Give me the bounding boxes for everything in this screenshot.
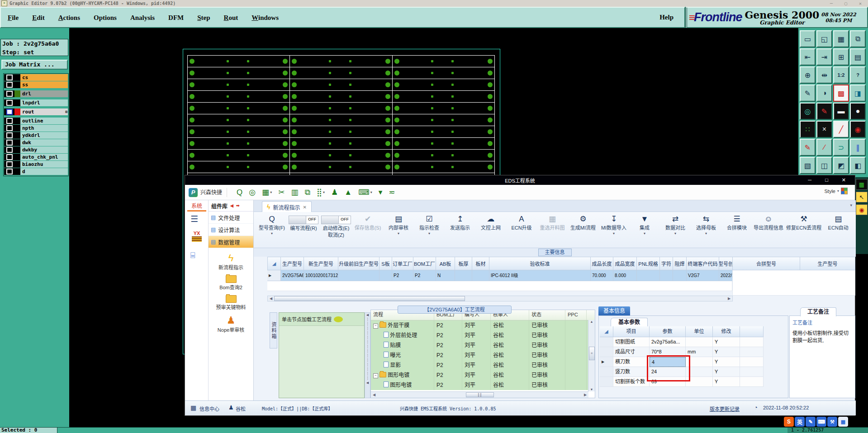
tool-button-r4c2[interactable]: ▬ xyxy=(833,103,849,120)
tool-button-r1c3[interactable]: ▤ xyxy=(850,48,866,66)
flow-vertical-tab[interactable]: 资料箱 xyxy=(270,312,277,348)
layer-row-dwk[interactable]: dwk xyxy=(4,139,68,146)
shortcut-Bom查询2[interactable]: Bom查询2 xyxy=(209,275,253,291)
tool-button-r6c1[interactable]: ∕ xyxy=(816,139,832,156)
tool-button-r6c2[interactable]: ⊃ xyxy=(833,139,849,156)
tool-button-r0c3[interactable]: ⧉ xyxy=(850,30,866,47)
tab-basic-info[interactable]: 基本信息 xyxy=(598,306,630,315)
ribbon-生成MI流程[interactable]: ⚙生成MI流程 xyxy=(569,214,597,248)
tree-row-外层干膜[interactable]: − 外层干膜P2刘平谷松已审核 xyxy=(371,320,595,330)
layer-checkbox[interactable] xyxy=(4,74,14,81)
eds-close-button[interactable]: ✕ xyxy=(842,177,846,183)
tool-button-r1c0[interactable]: ⇤ xyxy=(800,48,816,66)
minimize-button[interactable]: ─ xyxy=(830,1,833,6)
tool-button-r2c3[interactable]: ? xyxy=(850,66,866,84)
ribbon-选择母板[interactable]: ⇆选择母板▾ xyxy=(692,214,720,248)
layer-row-outline[interactable]: outline xyxy=(4,118,68,124)
ribbon-数据对比[interactable]: ⇄数据对比▾ xyxy=(661,214,689,248)
ribbon-指示检查[interactable]: ☑指示检查▾ xyxy=(415,214,443,248)
laptop-icon[interactable]: ⌨▾ xyxy=(358,188,372,197)
tool-button-r4c0[interactable]: ◎ xyxy=(800,103,816,120)
more-icon[interactable]: ▾ xyxy=(379,188,383,197)
layer-row-ss[interactable]: ss xyxy=(4,81,68,88)
layer-checkbox[interactable] xyxy=(4,168,14,175)
ime-icon-0[interactable]: ✎ xyxy=(806,417,816,427)
layer-checkbox[interactable] xyxy=(4,90,14,97)
tool-button-r6c0[interactable]: ✎ xyxy=(800,139,816,156)
layer-checkbox[interactable] xyxy=(4,99,14,106)
tab-process-notes[interactable]: 工艺备注 xyxy=(800,307,836,316)
copy-icon[interactable]: ⧉ xyxy=(304,188,310,197)
layer-row-drl[interactable]: drl xyxy=(4,90,68,97)
ribbon-文控上网[interactable]: ☁文控上网 xyxy=(477,214,505,248)
layer-checkbox[interactable] xyxy=(4,118,14,124)
tree-row-显影[interactable]: 显影P2刘平谷松已审核 xyxy=(371,360,595,370)
ribbon-导出流程信息[interactable]: ☺导出流程信息 xyxy=(754,214,783,248)
tool-button-r1c1[interactable]: ⇥ xyxy=(816,48,832,66)
table-icon[interactable]: ▦▾ xyxy=(262,188,272,197)
layer-row-lnpdrl[interactable]: lnpdrl xyxy=(4,99,68,106)
eds-maximize-button[interactable]: □ xyxy=(825,177,828,183)
menu-windows[interactable]: Windows xyxy=(245,14,285,21)
ribbon-发送指示[interactable]: ↥发送指示 xyxy=(446,214,474,248)
tool-button-r5c3[interactable]: ◉ xyxy=(850,121,866,138)
expand-icon[interactable]: − xyxy=(373,373,378,378)
ribbon-collapse-icon[interactable]: ▾ xyxy=(850,203,852,207)
tool-button-r3c3[interactable]: ◨ xyxy=(850,85,866,102)
ime-icon-2[interactable]: ⚒ xyxy=(827,417,837,427)
tool-button-r7c3[interactable]: ◧ xyxy=(850,157,866,174)
eds-minimize-button[interactable]: ─ xyxy=(808,177,811,183)
tool-button-r0c0[interactable]: ▭ xyxy=(800,30,816,47)
layer-row-biaozhu[interactable]: biaozhu xyxy=(4,161,68,168)
hamburger-icon[interactable]: ☰ xyxy=(190,214,198,224)
menu-help[interactable]: Help xyxy=(659,14,684,21)
layer-checkbox[interactable] xyxy=(4,81,14,88)
yx-logo[interactable]: YX xyxy=(189,231,205,242)
search-icon[interactable]: Q xyxy=(237,188,242,197)
toggle-switch[interactable]: OFF xyxy=(289,216,318,224)
ribbon-MI数据导入[interactable]: ↧MI数据导入▾ xyxy=(600,214,628,248)
tool-button-r2c2[interactable]: 1:2 xyxy=(833,66,849,84)
tree-row-外层前处理[interactable]: 外层前处理P2刘平谷松已审核 xyxy=(371,330,595,340)
scroll-left-icon[interactable]: ◀ xyxy=(371,393,377,397)
tool-button-r6c3[interactable]: ∥ xyxy=(850,139,866,156)
changelog-link[interactable]: 版本更新记录 xyxy=(710,405,740,412)
close-button[interactable]: ✕ xyxy=(859,1,862,6)
tool-button-r7c1[interactable]: ◫ xyxy=(816,157,832,174)
strip-icon-1[interactable]: ↖ xyxy=(856,192,868,202)
tool-button-r3c0[interactable]: ✎ xyxy=(800,85,816,102)
tree-row-图形电镀[interactable]: − 图形电镀P2刘平谷松已审核 xyxy=(371,370,595,380)
menu-edit[interactable]: Edit xyxy=(25,14,52,21)
tree-row-曝光[interactable]: 曝光P2刘平谷松已审核 xyxy=(371,350,595,360)
nav-back-icon[interactable]: ◀ xyxy=(230,203,233,208)
tool-button-r2c0[interactable]: ⊕ xyxy=(800,66,816,84)
shortcut-预审关键物料[interactable]: 预审关键物料 xyxy=(209,295,253,311)
nav-item-设计算法[interactable]: ▤设计算法 xyxy=(209,224,253,236)
menu-rout[interactable]: Rout xyxy=(217,14,245,21)
tree-vscrollbar[interactable]: ▲≡▼ xyxy=(588,320,595,391)
ribbon-合拼模块[interactable]: ☰合拼模块 xyxy=(723,214,751,248)
menu-dfm[interactable]: DFM xyxy=(161,14,190,21)
menu-actions[interactable]: Actions xyxy=(52,14,87,21)
layer-row-d[interactable]: d xyxy=(4,168,68,175)
ribbon-修复ECN丢流程[interactable]: ⚒修复ECN丢流程 xyxy=(786,214,821,248)
tree-row-图形电镀[interactable]: 图形电镀P2刘平谷松已审核 xyxy=(371,380,595,390)
layer-row-dwkby[interactable]: dwkby xyxy=(4,146,68,153)
toggle-switch[interactable]: OFF xyxy=(321,216,351,224)
tool-button-r4c3[interactable]: ● xyxy=(850,103,866,120)
layer-row-auto_chk_pnl[interactable]: auto_chk_pnl xyxy=(4,154,68,160)
layer-checkbox[interactable] xyxy=(4,154,14,160)
ime-icon-3[interactable]: ▦ xyxy=(838,417,848,427)
shortcut-新流程指示[interactable]: ϟ新流程指示 xyxy=(209,253,253,271)
tool-button-r5c2[interactable]: ╱ xyxy=(833,121,849,138)
menu-analysis[interactable]: Analysis xyxy=(123,14,161,21)
calculator-icon[interactable]: ⌸ xyxy=(190,251,195,260)
layer-row-ydkdrl[interactable]: ydkdrl xyxy=(4,132,68,139)
tab-basic-params[interactable]: 基本参数 xyxy=(611,318,648,327)
ribbon-ECN自动[interactable]: ▤ECN自动 xyxy=(824,214,852,248)
style-selector[interactable]: Style▾ xyxy=(825,188,848,194)
tree-hscrollbar[interactable]: ◀║║▶ xyxy=(371,391,588,398)
tool-button-r7c2[interactable]: ◩ xyxy=(833,157,849,174)
nav-forward-icon[interactable]: ➡ xyxy=(236,203,240,208)
user-icon[interactable]: ♟ xyxy=(331,188,338,197)
